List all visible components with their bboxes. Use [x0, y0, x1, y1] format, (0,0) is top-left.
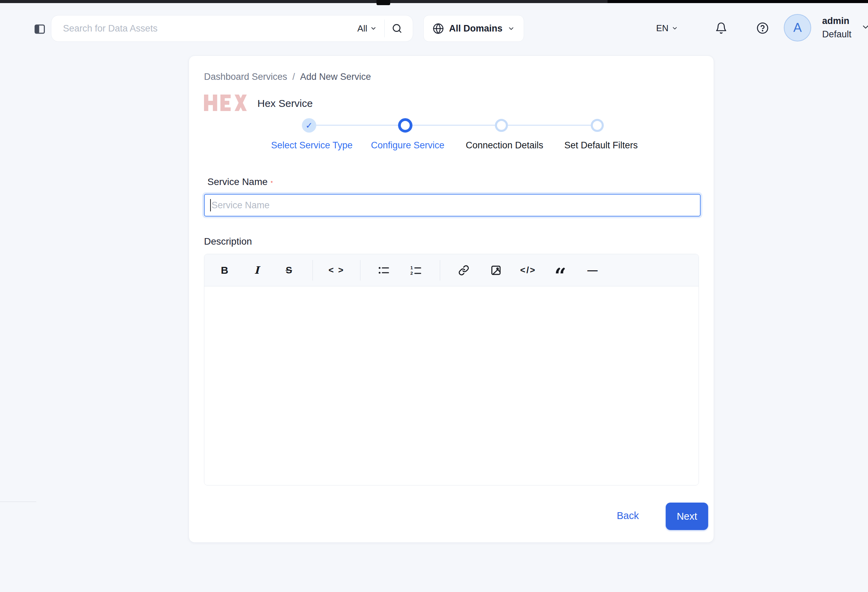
- search-button[interactable]: [387, 19, 407, 38]
- user-chevron-down-icon[interactable]: [861, 22, 868, 31]
- chevron-down-icon: [508, 25, 515, 32]
- description-label: Description: [204, 236, 252, 247]
- step-4-circle: [591, 119, 604, 132]
- image-icon[interactable]: [487, 262, 505, 279]
- user-team: Default: [822, 28, 852, 41]
- window-top-strip: [0, 0, 868, 3]
- step-label-connection-details: Connection Details: [466, 140, 543, 151]
- domains-label: All Domains: [449, 23, 502, 34]
- link-icon[interactable]: [455, 262, 472, 279]
- globe-icon: [433, 23, 444, 34]
- search-divider: [384, 19, 385, 37]
- step-1-circle-done: ✓: [302, 118, 316, 133]
- check-icon: ✓: [306, 121, 313, 130]
- hex-service-logo: [204, 94, 247, 111]
- editor-toolbar: B I S < > 1 2: [204, 254, 698, 286]
- chevron-down-icon: [370, 25, 377, 32]
- window-top-tab: [376, 0, 390, 5]
- ordered-list-icon[interactable]: 1 2: [407, 262, 425, 279]
- code-block-icon[interactable]: </>: [520, 262, 537, 279]
- search-scope-label: All: [357, 23, 367, 34]
- horizontal-rule-icon[interactable]: —: [584, 262, 601, 279]
- svg-text:1: 1: [410, 265, 413, 270]
- domains-dropdown[interactable]: All Domains: [424, 15, 524, 42]
- step-label-configure-service: Configure Service: [371, 140, 444, 151]
- chevron-down-icon: [672, 25, 678, 31]
- language-dropdown[interactable]: EN: [656, 21, 678, 36]
- service-name-label: Service Name: [207, 176, 268, 187]
- description-editor-body[interactable]: [204, 286, 698, 485]
- avatar-initial: A: [793, 21, 802, 35]
- user-menu[interactable]: admin Default: [822, 14, 852, 41]
- bold-icon[interactable]: B: [216, 262, 233, 279]
- left-panel-divider: [0, 502, 36, 502]
- service-name-input[interactable]: [204, 194, 701, 216]
- step-2-circle-active: [398, 118, 412, 133]
- notifications-button[interactable]: [713, 20, 729, 36]
- inline-code-icon[interactable]: < >: [328, 262, 345, 279]
- search-icon: [391, 23, 403, 34]
- strikethrough-icon[interactable]: S: [280, 262, 297, 279]
- bell-icon: [715, 22, 727, 34]
- required-marker: *: [271, 180, 273, 186]
- step-label-select-service-type: Select Service Type: [271, 140, 353, 151]
- blockquote-icon[interactable]: “: [552, 262, 569, 279]
- next-button[interactable]: Next: [666, 503, 708, 530]
- stepper-connector: [309, 125, 597, 126]
- step-3-circle: [495, 119, 508, 132]
- service-name-label-row: Service Name*: [207, 176, 273, 187]
- breadcrumb-separator: /: [292, 72, 295, 82]
- bullet-list-icon[interactable]: [375, 262, 393, 279]
- help-button[interactable]: [755, 20, 771, 36]
- breadcrumb-dashboard-services[interactable]: Dashboard Services: [204, 72, 287, 82]
- toolbar-divider: [313, 260, 313, 281]
- search-scope-dropdown[interactable]: All: [353, 23, 382, 34]
- help-circle-icon: [756, 22, 769, 34]
- language-label: EN: [656, 23, 669, 34]
- service-title: Hex Service: [257, 98, 313, 109]
- sidebar-toggle-button[interactable]: [32, 21, 47, 37]
- panel-left-icon: [34, 23, 46, 35]
- back-button[interactable]: Back: [617, 510, 639, 521]
- avatar[interactable]: A: [784, 14, 811, 41]
- step-label-set-default-filters: Set Default Filters: [564, 140, 638, 151]
- add-service-card: Dashboard Services / Add New Service Hex…: [189, 55, 714, 543]
- search-input[interactable]: [51, 23, 353, 34]
- description-editor: B I S < > 1 2: [204, 254, 699, 485]
- toolbar-divider: [360, 260, 360, 281]
- breadcrumb: Dashboard Services / Add New Service: [204, 72, 371, 82]
- breadcrumb-current: Add New Service: [300, 72, 371, 82]
- text-caret: [210, 199, 211, 212]
- global-search-bar[interactable]: All: [51, 15, 413, 42]
- svg-text:2: 2: [410, 271, 413, 275]
- user-name: admin: [822, 14, 852, 28]
- italic-icon[interactable]: I: [248, 262, 265, 279]
